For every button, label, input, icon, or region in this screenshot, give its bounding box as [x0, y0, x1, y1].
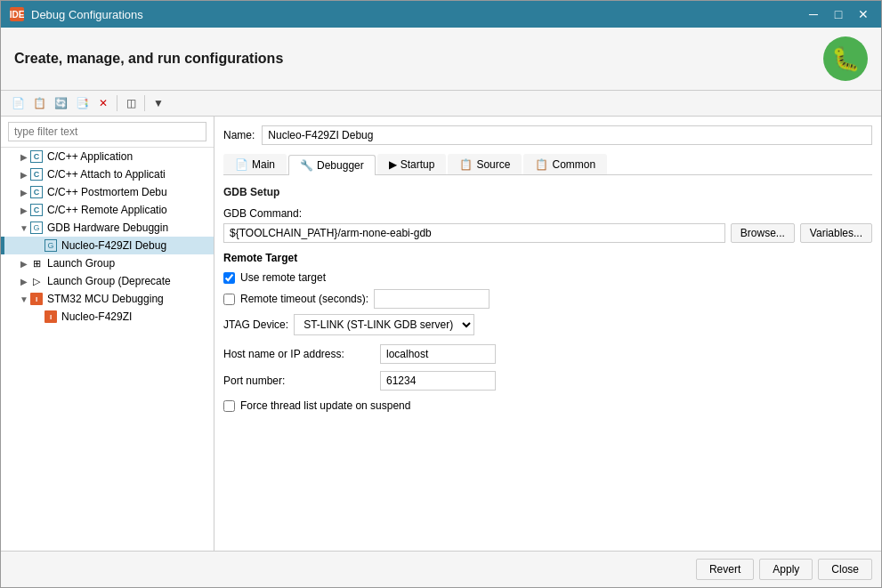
launch-icon: ▷ [29, 274, 44, 288]
jtag-select[interactable]: ST-LINK (ST-LINK GDB server) OpenOCD J-L… [294, 314, 474, 335]
apply-button[interactable]: Apply [759, 559, 813, 580]
header-title: Create, manage, and run configurations [14, 51, 283, 67]
use-remote-checkbox[interactable] [223, 272, 235, 284]
main-tab-icon: 📄 [235, 158, 248, 171]
c-icon: C [29, 149, 44, 164]
right-panel: Name: 📄 Main 🔧 Debugger ▶ Startup [214, 117, 881, 551]
tab-common[interactable]: 📋 Common [523, 154, 607, 174]
jtag-label: JTAG Device: [223, 318, 288, 331]
filter-input[interactable] [8, 122, 206, 141]
maximize-button[interactable]: □ [829, 5, 847, 23]
tree-item-cpp-attach[interactable]: ▶ C C/C++ Attach to Applicati [1, 165, 214, 183]
filter-button[interactable]: ▼ [149, 93, 168, 113]
timeout-row: Remote timeout (seconds): [223, 289, 872, 309]
timeout-input[interactable] [374, 289, 490, 309]
tab-startup[interactable]: ▶ Startup [377, 154, 447, 174]
tree-label: STM32 MCU Debugging [47, 293, 164, 305]
expand-arrow: ▼ [19, 222, 29, 233]
c-icon: C [29, 185, 44, 199]
close-button[interactable]: ✕ [854, 5, 872, 23]
selection-indicator [1, 237, 4, 254]
expand-arrow: ▶ [19, 169, 29, 180]
tree-item-nucleo-debug[interactable]: G Nucleo-F429ZI Debug [1, 237, 214, 254]
tab-debugger[interactable]: 🔧 Debugger [288, 155, 376, 175]
copy-button[interactable]: 📑 [72, 93, 92, 113]
new-config-button[interactable]: 📄 [8, 93, 28, 113]
gdb-command-row: Browse... Variables... [223, 223, 872, 243]
launch-icon: ⊞ [29, 256, 44, 270]
minimize-button[interactable]: ─ [805, 5, 822, 23]
gdb-command-input[interactable] [223, 223, 725, 243]
host-label: Host name or IP address: [223, 348, 375, 360]
bug-icon: 🐛 [823, 36, 868, 81]
tree-item-launch-group[interactable]: ▶ ⊞ Launch Group [1, 254, 214, 272]
gdb-command-label: GDB Command: [223, 207, 302, 220]
tree-item-cpp-app[interactable]: ▶ C C/C++ Application [1, 148, 214, 165]
name-row: Name: [223, 125, 872, 145]
variables-button[interactable]: Variables... [800, 223, 872, 243]
toolbar-separator-1 [117, 95, 117, 111]
expand-arrow: ▶ [19, 258, 29, 269]
tab-main[interactable]: 📄 Main [223, 154, 287, 174]
title-bar-controls: ─ □ ✕ [805, 5, 872, 23]
host-input[interactable] [380, 344, 496, 364]
startup-tab-icon: ▶ [389, 158, 397, 171]
window-title: Debug Configurations [31, 8, 143, 21]
tree-label: C/C++ Application [47, 150, 133, 163]
tree-item-gdb-hardware[interactable]: ▼ G GDB Hardware Debuggin [1, 219, 214, 237]
gdb-setup-section: GDB Setup GDB Command: Browse... Variabl… [223, 186, 872, 252]
tree-label: GDB Hardware Debuggin [47, 222, 168, 234]
gdb-command-label-row: GDB Command: [223, 207, 872, 220]
expand-arrow: ▼ [19, 294, 29, 304]
left-panel: ▶ C C/C++ Application ▶ C C/C++ Attach t… [1, 117, 214, 551]
expand-arrow [33, 240, 44, 251]
port-input[interactable] [380, 371, 496, 391]
toolbar: 📄 📋 🔄 📑 ✕ ◫ ▼ [1, 91, 881, 117]
revert-button[interactable]: Revert [696, 559, 754, 580]
tab-main-label: Main [252, 158, 275, 171]
timeout-checkbox[interactable] [223, 294, 235, 305]
tree-item-cpp-postmortem[interactable]: ▶ C C/C++ Postmortem Debu [1, 183, 214, 201]
ide-icon: I [29, 292, 44, 306]
gdb-icon: G [44, 238, 58, 253]
tree-item-cpp-remote[interactable]: ▶ C C/C++ Remote Applicatio [1, 201, 214, 219]
force-thread-checkbox[interactable] [223, 400, 235, 412]
gdb-icon: G [29, 221, 44, 235]
host-row: Host name or IP address: [223, 344, 872, 364]
ide-icon: I [44, 310, 58, 324]
collapse-button[interactable]: ◫ [121, 93, 141, 113]
tree-item-nucleo-f429[interactable]: I Nucleo-F429ZI [1, 308, 214, 326]
expand-arrow: ▶ [19, 187, 29, 197]
browse-button[interactable]: Browse... [731, 223, 795, 243]
tab-source-label: Source [476, 158, 510, 171]
timeout-label: Remote timeout (seconds): [240, 293, 368, 305]
use-remote-label: Use remote target [240, 271, 326, 284]
jtag-row: JTAG Device: ST-LINK (ST-LINK GDB server… [223, 314, 872, 335]
delete-button[interactable]: ✕ [93, 93, 113, 113]
tab-common-label: Common [552, 158, 595, 171]
debug-configurations-window: IDE Debug Configurations ─ □ ✕ Create, m… [0, 0, 882, 588]
tree-label: Launch Group [47, 257, 115, 270]
port-label: Port number: [223, 375, 375, 387]
expand-arrow: ▶ [19, 205, 29, 215]
duplicate-button[interactable]: 📋 [29, 93, 49, 113]
tab-source[interactable]: 📋 Source [448, 154, 522, 174]
port-row: Port number: [223, 371, 872, 391]
remote-target-section: Remote Target Use remote target Remote t… [223, 252, 872, 412]
c-icon: C [29, 167, 44, 181]
toolbar-separator-2 [144, 95, 145, 111]
tree-label: C/C++ Postmortem Debu [47, 186, 167, 198]
expand-arrow: ▶ [19, 276, 29, 286]
tree-item-stm32-mcu[interactable]: ▼ I STM32 MCU Debugging [1, 290, 214, 308]
filter-box [1, 117, 214, 148]
tree-label: Nucleo-F429ZI Debug [61, 239, 166, 252]
gdb-setup-title: GDB Setup [223, 186, 872, 198]
tree-item-launch-group-dep[interactable]: ▶ ▷ Launch Group (Deprecate [1, 272, 214, 290]
debugger-tab-icon: 🔧 [300, 159, 313, 172]
expand-arrow [33, 311, 44, 322]
refresh-button[interactable]: 🔄 [51, 93, 70, 113]
tab-debugger-label: Debugger [317, 159, 364, 172]
close-button[interactable]: Close [818, 559, 872, 580]
name-label: Name: [223, 129, 255, 141]
name-input[interactable] [262, 125, 872, 145]
